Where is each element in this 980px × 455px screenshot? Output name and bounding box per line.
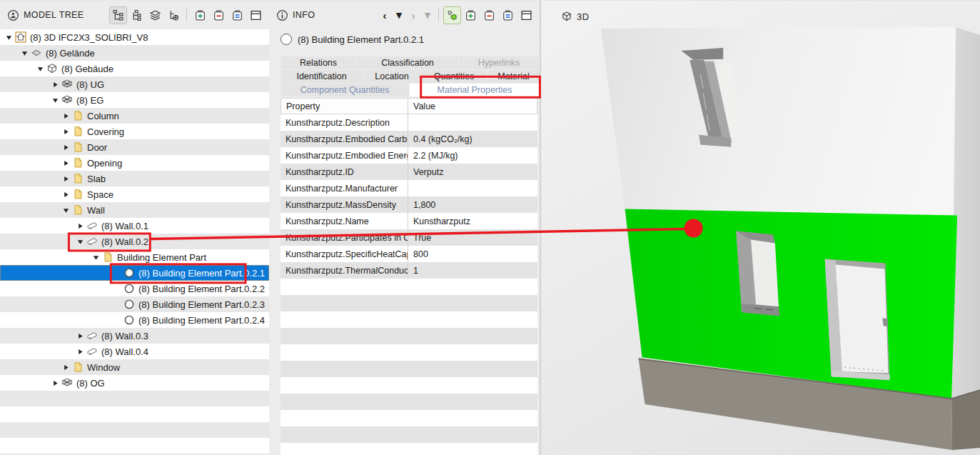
tree-row--8-building-element-part-0-2-3[interactable]: (8) Building Element Part.0.2.3 bbox=[0, 296, 269, 312]
collapse-arrow-icon[interactable] bbox=[20, 50, 29, 56]
tree-row--8-eg[interactable]: (8) EG bbox=[0, 92, 269, 108]
property-row[interactable]: Kunstharzputz.IDVerputz bbox=[281, 164, 537, 180]
tree-row-door[interactable]: Door bbox=[0, 139, 269, 155]
tree-row-label: Window bbox=[87, 362, 120, 373]
tree-row-label: (8) Wall.0.1 bbox=[101, 221, 148, 231]
tree-row--8-gel-nde[interactable]: (8) Gelände bbox=[0, 45, 269, 61]
tree-row-column[interactable]: Column bbox=[0, 108, 269, 124]
expand-arrow-icon[interactable] bbox=[51, 81, 60, 88]
tab-classification[interactable]: Classification bbox=[357, 56, 458, 69]
zoom-add-icon[interactable] bbox=[191, 6, 209, 24]
property-row[interactable]: Kunstharzputz.SpecificHeatCap...800 bbox=[281, 246, 537, 262]
tree-list-icon[interactable] bbox=[128, 6, 146, 24]
value-cell bbox=[408, 114, 537, 131]
tree-row-space[interactable]: Space bbox=[0, 186, 269, 202]
tree-row--8-geb-ude[interactable]: (8) Gebäude bbox=[0, 61, 269, 76]
tree-row--8-wall-0-2[interactable]: (8) Wall.0.2 bbox=[0, 234, 269, 249]
expand-arrow-icon[interactable] bbox=[51, 380, 60, 386]
property-cell: Kunstharzputz.Embodied Energy bbox=[281, 151, 408, 161]
3d-view-title: 3D bbox=[577, 11, 589, 22]
tree-row--8-building-element-part-0-2-1[interactable]: (8) Building Element Part.0.2.1 bbox=[0, 265, 269, 281]
door[interactable] bbox=[825, 259, 890, 380]
tree-row-label: (8) UG bbox=[76, 79, 104, 90]
window-middle[interactable] bbox=[736, 231, 779, 316]
tab-location[interactable]: Location bbox=[363, 70, 420, 83]
tree-locate-icon[interactable] bbox=[165, 6, 183, 24]
folder-icon bbox=[102, 251, 113, 263]
zoom-only-icon[interactable] bbox=[499, 6, 517, 24]
expand-arrow-icon[interactable] bbox=[61, 144, 71, 151]
property-row[interactable]: Kunstharzputz.Manufacturer bbox=[281, 180, 537, 196]
tree-row-building-element-part[interactable]: Building Element Part bbox=[0, 249, 269, 265]
collapse-arrow-icon[interactable] bbox=[91, 254, 101, 261]
tab-material-properties[interactable]: Material Properties bbox=[410, 84, 540, 96]
property-cell: Kunstharzputz.Participates in C... bbox=[281, 233, 408, 243]
tab-material[interactable]: Material bbox=[488, 70, 540, 83]
collapse-arrow-icon[interactable] bbox=[51, 97, 60, 104]
collapse-arrow-icon[interactable] bbox=[4, 34, 14, 41]
expand-arrow-icon[interactable] bbox=[76, 333, 85, 339]
collapse-arrow-icon[interactable] bbox=[61, 207, 71, 214]
tree-row--8-og[interactable]: (8) OG bbox=[0, 375, 269, 391]
history-forward-dropdown-icon[interactable]: ▾ bbox=[420, 9, 435, 21]
property-row[interactable]: Kunstharzputz.Description bbox=[281, 114, 537, 131]
tree-row--8-ug[interactable]: (8) UG bbox=[0, 76, 269, 92]
expand-arrow-icon[interactable] bbox=[61, 113, 71, 119]
property-row[interactable]: Kunstharzputz.ThermalConduct...1 bbox=[281, 262, 537, 279]
expand-arrow-icon[interactable] bbox=[76, 349, 85, 355]
zoom-remove-icon[interactable] bbox=[480, 6, 498, 24]
tree-row-slab[interactable]: Slab bbox=[0, 171, 269, 186]
zoom-add-icon[interactable] bbox=[462, 6, 480, 24]
property-row[interactable]: Kunstharzputz.NameKunstharzputz bbox=[281, 213, 537, 229]
collapse-arrow-icon[interactable] bbox=[36, 66, 45, 72]
window-layout-icon[interactable] bbox=[517, 6, 535, 24]
site-icon bbox=[31, 47, 42, 59]
tab-relations[interactable]: Relations bbox=[281, 56, 356, 69]
history-forward-icon[interactable]: › bbox=[406, 9, 420, 21]
tab-component-quantities[interactable]: Component Quantities bbox=[281, 84, 409, 96]
tab-quantities[interactable]: Quantities bbox=[421, 70, 487, 83]
tab-identification[interactable]: Identification bbox=[281, 70, 363, 83]
tree-row-window[interactable]: Window bbox=[0, 359, 269, 375]
zoom-remove-icon[interactable] bbox=[210, 6, 228, 24]
collapse-arrow-icon[interactable] bbox=[76, 239, 85, 245]
property-row[interactable]: Kunstharzputz.MassDensity1,800 bbox=[281, 196, 537, 213]
expand-arrow-icon[interactable] bbox=[61, 176, 71, 182]
expand-arrow-icon[interactable] bbox=[61, 160, 71, 166]
property-table: Property Value Kunstharzputz.Description… bbox=[281, 98, 537, 455]
3d-view-panel[interactable]: 3D bbox=[540, 1, 980, 455]
tree-row-wall[interactable]: Wall bbox=[0, 202, 269, 218]
tree-row--8-3d-ifc2x3-solibri-v8[interactable]: (8) 3D IFC2X3_SOLIBRI_V8 bbox=[0, 29, 269, 45]
part-icon bbox=[281, 34, 292, 45]
tree-row-empty bbox=[0, 406, 269, 422]
property-row-empty bbox=[281, 443, 537, 455]
tree-row-opening[interactable]: Opening bbox=[0, 155, 269, 171]
tree-row--8-building-element-part-0-2-4[interactable]: (8) Building Element Part.0.2.4 bbox=[0, 312, 269, 328]
window-layout-icon[interactable] bbox=[247, 6, 265, 24]
expand-arrow-icon[interactable] bbox=[61, 191, 71, 198]
expand-arrow-icon[interactable] bbox=[76, 223, 85, 229]
tree-row--8-wall-0-4[interactable]: (8) Wall.0.4 bbox=[0, 344, 269, 359]
column-header-property[interactable]: Property bbox=[281, 99, 408, 114]
colorize-icon[interactable] bbox=[443, 6, 461, 24]
3d-scene[interactable] bbox=[541, 1, 980, 455]
history-back-dropdown-icon[interactable]: ▾ bbox=[392, 9, 406, 21]
wall-upper-face bbox=[601, 27, 957, 216]
history-back-icon[interactable]: ‹ bbox=[378, 9, 392, 21]
tree-row--8-wall-0-1[interactable]: (8) Wall.0.1 bbox=[0, 218, 269, 234]
property-row[interactable]: Kunstharzputz.Embodied Carbon0.4 (kgCO₂/… bbox=[281, 131, 537, 147]
tree-row-covering[interactable]: Covering bbox=[0, 124, 269, 139]
column-header-value[interactable]: Value bbox=[408, 101, 537, 111]
property-row[interactable]: Kunstharzputz.Embodied Energy2.2 (MJ/kg) bbox=[281, 147, 537, 164]
layers-icon[interactable] bbox=[146, 6, 164, 24]
tree-row--8-building-element-part-0-2-2[interactable]: (8) Building Element Part.0.2.2 bbox=[0, 281, 269, 296]
expand-arrow-icon[interactable] bbox=[61, 129, 71, 135]
tree-structure-icon[interactable] bbox=[109, 6, 127, 24]
zoom-only-icon[interactable] bbox=[228, 6, 246, 24]
tab-hyperlinks[interactable]: Hyperlinks bbox=[459, 56, 539, 69]
expand-arrow-icon[interactable] bbox=[61, 364, 71, 371]
value-cell: True bbox=[408, 229, 537, 246]
value-cell bbox=[408, 394, 537, 410]
property-row[interactable]: Kunstharzputz.Participates in C...True bbox=[281, 229, 537, 246]
tree-row--8-wall-0-3[interactable]: (8) Wall.0.3 bbox=[0, 328, 269, 344]
